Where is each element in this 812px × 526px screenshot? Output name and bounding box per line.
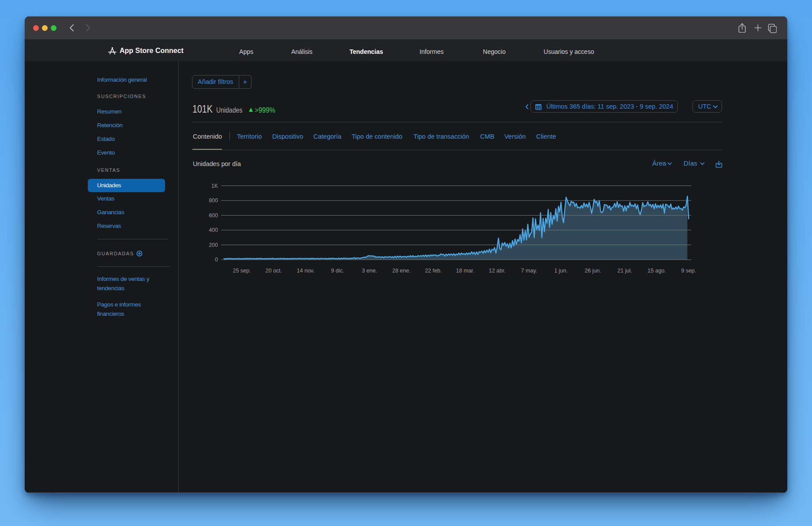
svg-text:28 ene.: 28 ene. <box>392 268 411 274</box>
svg-text:15 ago.: 15 ago. <box>647 268 666 274</box>
svg-text:0: 0 <box>215 257 218 263</box>
svg-text:200: 200 <box>209 242 218 248</box>
svg-text:3 ene.: 3 ene. <box>362 268 377 274</box>
svg-text:12 abr.: 12 abr. <box>489 268 505 274</box>
svg-text:1K: 1K <box>211 183 218 189</box>
svg-text:22 feb.: 22 feb. <box>425 268 442 274</box>
svg-text:9 dic.: 9 dic. <box>331 268 344 274</box>
svg-text:25 sep.: 25 sep. <box>233 268 251 274</box>
svg-text:18 mar.: 18 mar. <box>456 268 474 274</box>
svg-text:800: 800 <box>209 197 218 204</box>
svg-text:21 jul.: 21 jul. <box>617 268 632 274</box>
svg-text:26 jun.: 26 jun. <box>585 268 601 274</box>
svg-text:14 nov.: 14 nov. <box>297 268 315 274</box>
svg-text:9 sep.: 9 sep. <box>681 268 696 274</box>
svg-text:1 jun.: 1 jun. <box>554 268 568 274</box>
svg-text:7 may.: 7 may. <box>521 268 538 274</box>
svg-text:400: 400 <box>209 227 218 233</box>
svg-text:600: 600 <box>209 212 218 219</box>
svg-text:20 oct.: 20 oct. <box>266 268 282 274</box>
